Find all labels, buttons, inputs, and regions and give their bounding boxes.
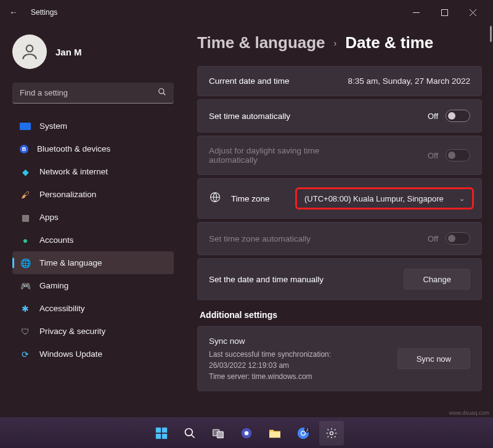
svg-rect-11 [162, 433, 167, 438]
sidebar-item-label: Time & language [39, 258, 102, 267]
svg-rect-8 [156, 427, 161, 432]
section-additional-heading: Additional settings [200, 310, 482, 320]
close-button[interactable] [458, 2, 487, 22]
titlebar: ← Settings [0, 0, 493, 25]
row-sync-now: Sync now Last successful time synchroniz… [197, 326, 482, 391]
taskbar-search-icon[interactable] [177, 421, 202, 446]
timezone-select[interactable]: (UTC+08:00) Kuala Lumpur, Singapore ⌄ [295, 187, 474, 210]
svg-point-17 [245, 431, 249, 435]
sync-now-button[interactable]: Sync now [397, 348, 470, 369]
sidebar-item-label: Network & internet [39, 167, 108, 176]
sidebar-item-system[interactable]: System [12, 115, 174, 137]
svg-point-24 [330, 431, 333, 434]
current-datetime-value: 8:35 am, Sunday, 27 March 2022 [348, 76, 470, 86]
sidebar-item-network[interactable]: ◆Network & internet [12, 160, 174, 183]
back-button[interactable]: ← [6, 7, 21, 17]
main-content: Time & language › Date & time Current da… [179, 25, 493, 417]
svg-text:J: J [306, 428, 308, 432]
svg-line-6 [163, 93, 166, 96]
row-label: Set the date and time manually [209, 275, 404, 284]
svg-rect-15 [217, 431, 223, 438]
row-set-time-auto: Set time automatically Off [197, 99, 482, 132]
gamepad-icon: 🎮 [20, 280, 31, 291]
change-button[interactable]: Change [404, 269, 470, 290]
task-view-icon[interactable] [206, 421, 230, 446]
user-profile[interactable]: Jan M [12, 35, 174, 69]
sidebar-item-label: System [39, 121, 67, 131]
breadcrumb-current: Date & time [345, 33, 433, 52]
wifi-icon: ◆ [20, 166, 31, 177]
row-label: Current date and time [209, 76, 348, 86]
timezone-value: (UTC+08:00) Kuala Lumpur, Singapore [304, 194, 444, 203]
svg-point-21 [301, 431, 305, 435]
settings-app-icon[interactable] [319, 421, 344, 446]
avatar [12, 35, 47, 69]
nav-list: System BBluetooth & devices ◆Network & i… [12, 115, 174, 365]
breadcrumb: Time & language › Date & time [197, 33, 482, 52]
bluetooth-icon: B [20, 145, 28, 153]
scrollbar[interactable] [490, 26, 492, 42]
file-explorer-icon[interactable] [263, 421, 287, 446]
svg-point-12 [185, 428, 193, 436]
row-label: Set time automatically [209, 112, 428, 121]
maximize-button[interactable] [430, 2, 458, 22]
svg-rect-1 [441, 9, 447, 15]
user-name: Jan M [55, 47, 82, 57]
minimize-button[interactable] [402, 2, 430, 22]
watermark: www.dsuaq.com [449, 410, 489, 416]
chevron-right-icon: › [334, 38, 337, 48]
accessibility-icon: ✱ [20, 303, 31, 314]
sidebar-item-label: Apps [39, 213, 59, 222]
row-label: Adjust for daylight saving time automati… [209, 146, 351, 165]
search-icon [158, 88, 166, 98]
sidebar-item-apps[interactable]: ▦Apps [12, 206, 174, 229]
search-input[interactable] [12, 83, 174, 104]
toggle-state: Off [428, 234, 438, 243]
sidebar-item-label: Privacy & security [39, 327, 105, 336]
sidebar-item-gaming[interactable]: 🎮Gaming [12, 274, 174, 297]
sidebar-item-accessibility[interactable]: ✱Accessibility [12, 297, 174, 320]
toggle-state: Off [428, 151, 438, 160]
sidebar-item-time-language[interactable]: 🌐Time & language [12, 251, 174, 274]
sidebar-item-label: Windows Update [39, 349, 102, 359]
person-icon: ● [20, 235, 31, 246]
chat-icon[interactable] [234, 421, 259, 446]
sidebar-item-label: Accessibility [39, 304, 85, 313]
svg-rect-9 [162, 427, 167, 432]
chevron-down-icon: ⌄ [459, 195, 465, 203]
row-set-tz-auto: Set time zone automatically Off [197, 222, 482, 255]
row-label: Time zone [231, 194, 287, 203]
svg-rect-10 [156, 433, 161, 438]
chrome-icon[interactable]: J [291, 421, 316, 446]
svg-point-5 [159, 89, 164, 94]
toggle-dst [446, 149, 470, 161]
globe-clock-icon: 🌐 [20, 258, 31, 269]
toggle-set-time-auto[interactable] [446, 110, 470, 122]
sidebar-item-label: Bluetooth & devices [37, 144, 110, 153]
window-title: Settings [31, 8, 57, 17]
row-set-manual: Set the date and time manually Change [197, 258, 482, 300]
sidebar-item-windows-update[interactable]: ⟳Windows Update [12, 343, 174, 365]
breadcrumb-parent[interactable]: Time & language [197, 33, 325, 52]
brush-icon: 🖌 [20, 189, 31, 200]
sync-info: Sync now Last successful time synchroniz… [209, 335, 331, 382]
sidebar-item-privacy[interactable]: 🛡Privacy & security [12, 320, 174, 343]
start-button[interactable] [149, 421, 174, 446]
search-box[interactable] [12, 83, 174, 104]
sidebar: Jan M System BBluetooth & devices ◆Netwo… [0, 25, 179, 417]
timezone-icon [209, 191, 222, 206]
sidebar-item-label: Personalization [39, 190, 96, 199]
sidebar-item-accounts[interactable]: ●Accounts [12, 229, 174, 251]
toggle-set-tz-auto [446, 232, 470, 245]
row-label: Set time zone automatically [209, 234, 428, 243]
display-icon [20, 123, 31, 130]
toggle-state: Off [428, 112, 438, 121]
sidebar-item-personalization[interactable]: 🖌Personalization [12, 183, 174, 206]
row-dst: Adjust for daylight saving time automati… [197, 136, 482, 175]
row-current-datetime: Current date and time 8:35 am, Sunday, 2… [197, 66, 482, 96]
update-icon: ⟳ [20, 349, 31, 360]
sidebar-item-bluetooth[interactable]: BBluetooth & devices [12, 137, 174, 160]
shield-icon: 🛡 [20, 326, 31, 337]
svg-point-4 [26, 45, 33, 52]
row-timezone: Time zone (UTC+08:00) Kuala Lumpur, Sing… [197, 178, 482, 219]
